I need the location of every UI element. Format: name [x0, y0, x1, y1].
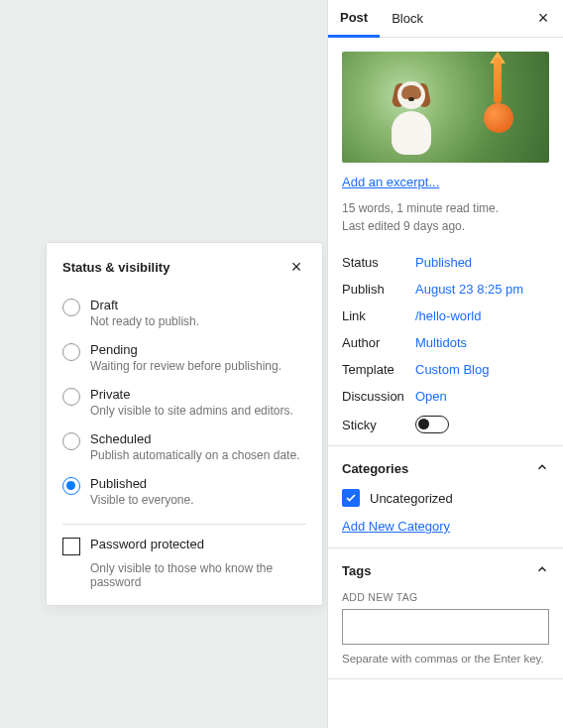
radio-icon: [62, 432, 80, 450]
chevron-up-icon: [535, 562, 549, 579]
status-option-draft[interactable]: Draft Not ready to publish.: [62, 291, 306, 335]
inspector-sidebar: Post Block × Add an excerpt... 15 words,…: [327, 0, 563, 728]
panel-title: Categories: [342, 461, 408, 476]
featured-image[interactable]: [342, 52, 549, 163]
status-option-pending[interactable]: Pending Waiting for review before publis…: [62, 335, 306, 380]
option-label: Private: [90, 387, 293, 402]
detail-label: Discussion: [342, 389, 415, 404]
summary-panel: Add an excerpt... 15 words, 1 minute rea…: [328, 38, 563, 446]
divider: [62, 524, 306, 525]
password-protected-checkbox[interactable]: Password protected: [62, 537, 306, 555]
tags-panel: Tags ADD NEW TAG Separate with commas or…: [328, 548, 563, 679]
author-row: Author Multidots: [342, 329, 549, 356]
checkbox-checked-icon: [342, 489, 360, 507]
dog-illustration: [380, 75, 443, 155]
checkbox-icon: [62, 538, 80, 555]
radio-icon: [62, 299, 80, 316]
sticky-toggle[interactable]: [415, 416, 449, 433]
option-desc: Visible to everyone.: [90, 493, 194, 507]
publish-row: Publish August 23 8:25 pm: [342, 276, 549, 303]
status-option-published[interactable]: Published Visible to everyone.: [62, 469, 306, 514]
option-label: Published: [90, 476, 194, 491]
tags-header[interactable]: Tags: [342, 562, 549, 579]
radio-icon: [62, 388, 80, 406]
close-icon[interactable]: ×: [531, 7, 555, 31]
categories-header[interactable]: Categories: [342, 460, 549, 477]
link-row: Link /hello-world: [342, 303, 549, 329]
chevron-up-icon: [535, 460, 549, 477]
option-desc: Only visible to site admins and editors.: [90, 404, 293, 418]
tag-help-text: Separate with commas or the Enter key.: [342, 653, 549, 665]
option-desc: Not ready to publish.: [90, 314, 199, 328]
status-option-scheduled[interactable]: Scheduled Publish automatically on a cho…: [62, 425, 306, 469]
post-meta: 15 words, 1 minute read time. Last edite…: [342, 199, 549, 235]
category-label: Uncategorized: [370, 491, 453, 506]
detail-label: Sticky: [342, 418, 415, 432]
detail-label: Link: [342, 308, 415, 323]
option-label: Pending: [90, 342, 282, 357]
panel-title: Tags: [342, 563, 371, 578]
radio-icon: [62, 343, 80, 361]
template-row: Template Custom Blog: [342, 356, 549, 383]
modal-header: Status & visibility ×: [62, 257, 306, 277]
add-excerpt-link[interactable]: Add an excerpt...: [342, 175, 439, 189]
toy-stem: [494, 58, 502, 103]
status-row: Status Published: [342, 249, 549, 276]
radio-icon: [62, 477, 80, 495]
discussion-row: Discussion Open: [342, 383, 549, 410]
option-desc: Publish automatically on a chosen date.: [90, 448, 299, 462]
status-value[interactable]: Published: [415, 255, 472, 270]
publish-value[interactable]: August 23 8:25 pm: [415, 282, 523, 297]
meta-lastedited: Last edited 9 days ago.: [342, 217, 549, 235]
status-visibility-modal: Status & visibility × Draft Not ready to…: [46, 242, 323, 606]
link-value[interactable]: /hello-world: [415, 308, 481, 323]
tag-input[interactable]: [342, 609, 549, 645]
meta-words: 15 words, 1 minute read time.: [342, 199, 549, 217]
tag-input-label: ADD NEW TAG: [342, 591, 549, 603]
modal-title: Status & visibility: [62, 260, 169, 275]
detail-label: Publish: [342, 282, 415, 297]
author-value[interactable]: Multidots: [415, 335, 467, 350]
categories-panel: Categories Uncategorized Add New Categor…: [328, 446, 563, 548]
password-label: Password protected: [90, 537, 204, 551]
add-category-link[interactable]: Add New Category: [342, 519, 450, 534]
sidebar-tabs: Post Block ×: [328, 0, 563, 38]
option-desc: Waiting for review before publishing.: [90, 359, 282, 373]
option-label: Draft: [90, 298, 199, 312]
status-options: Draft Not ready to publish. Pending Wait…: [62, 291, 306, 514]
sticky-row: Sticky: [342, 410, 549, 439]
category-item-uncategorized[interactable]: Uncategorized: [342, 489, 549, 507]
discussion-value[interactable]: Open: [415, 389, 447, 404]
tab-block[interactable]: Block: [380, 0, 435, 37]
detail-label: Status: [342, 255, 415, 270]
password-desc: Only visible to those who know the passw…: [90, 561, 306, 589]
status-option-private[interactable]: Private Only visible to site admins and …: [62, 380, 306, 425]
tab-post[interactable]: Post: [328, 1, 380, 38]
close-icon[interactable]: ×: [286, 257, 306, 277]
detail-label: Template: [342, 362, 415, 377]
ball-icon: [484, 103, 513, 133]
option-label: Scheduled: [90, 431, 299, 446]
template-value[interactable]: Custom Blog: [415, 362, 489, 377]
detail-label: Author: [342, 335, 415, 350]
